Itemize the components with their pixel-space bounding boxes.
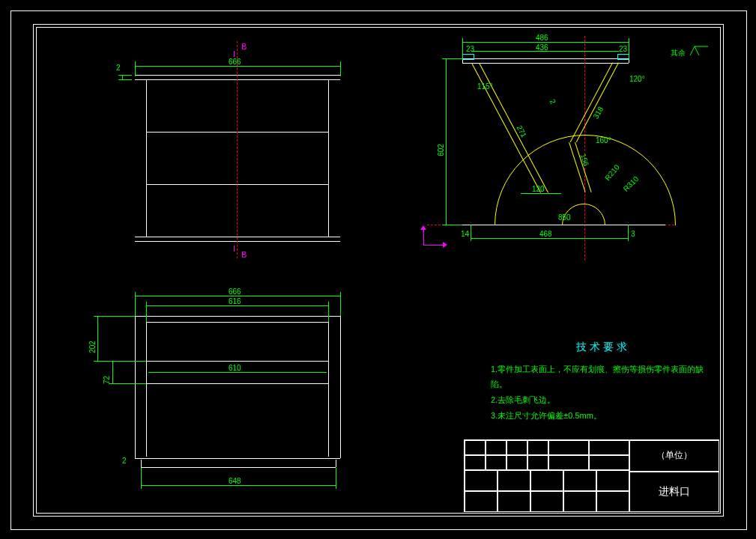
dim-ext bbox=[94, 316, 135, 317]
edge bbox=[336, 460, 336, 467]
edge bbox=[328, 79, 329, 237]
dim-2: 2 bbox=[116, 64, 121, 72]
dim-ext bbox=[340, 61, 341, 76]
dim-468: 468 bbox=[539, 230, 552, 238]
dim-610: 610 bbox=[229, 364, 241, 372]
dim-850: 850 bbox=[558, 213, 571, 222]
dim-line bbox=[446, 58, 447, 225]
dim-3: 3 bbox=[631, 230, 635, 238]
section-arrow bbox=[234, 246, 235, 252]
ucs-icon bbox=[423, 222, 453, 252]
title-block: （单位） 进料口 bbox=[465, 440, 719, 512]
angle-160: 160° bbox=[596, 136, 611, 144]
part-name: 进料口 bbox=[629, 485, 719, 499]
dim-14: 14 bbox=[461, 230, 469, 238]
drawing-canvas: 666 2 B B 666 616 610 bbox=[0, 0, 756, 539]
dim-120: 120 bbox=[532, 185, 545, 193]
dim-616: 616 bbox=[229, 297, 241, 305]
dim-ext bbox=[135, 292, 136, 316]
dim-23r: 23 bbox=[619, 45, 627, 53]
edge bbox=[135, 79, 340, 80]
dim-648: 648 bbox=[229, 477, 241, 485]
unit-label: （单位） bbox=[629, 449, 719, 462]
dim-ext bbox=[462, 38, 463, 58]
edge bbox=[135, 75, 340, 76]
edge bbox=[146, 184, 329, 185]
dim-72: 72 bbox=[103, 376, 111, 384]
edge bbox=[146, 322, 329, 323]
edge bbox=[135, 316, 136, 458]
dim-line bbox=[521, 193, 561, 194]
angle-120: 120° bbox=[629, 75, 645, 83]
dim-23l: 23 bbox=[466, 45, 474, 53]
dim-ext bbox=[442, 58, 462, 59]
dim-666: 666 bbox=[229, 58, 241, 66]
flange-box bbox=[462, 54, 474, 60]
section-arrow bbox=[234, 51, 235, 57]
req-2: 2.去除毛刺飞边。 bbox=[491, 392, 716, 408]
dim-ext bbox=[628, 225, 629, 241]
dim-line bbox=[146, 305, 329, 306]
dim-ext bbox=[629, 38, 629, 58]
dim-ext bbox=[135, 61, 136, 76]
dim-line bbox=[112, 361, 113, 383]
edge bbox=[340, 316, 341, 458]
dim-line bbox=[97, 316, 98, 361]
dim-line bbox=[141, 485, 336, 486]
edge bbox=[146, 361, 329, 362]
base-edge bbox=[456, 225, 665, 225]
dim-line bbox=[135, 66, 340, 67]
dim-ext bbox=[94, 361, 146, 362]
dim-line bbox=[135, 296, 340, 296]
edge bbox=[146, 132, 329, 133]
req-1: 1.零件加工表面上，不应有划痕、擦伤等损伤零件表面的缺陷。 bbox=[491, 362, 716, 393]
dim-line bbox=[462, 42, 629, 43]
dim-ext bbox=[109, 383, 146, 384]
edge bbox=[462, 58, 629, 59]
edge bbox=[146, 322, 147, 457]
dim-602: 602 bbox=[437, 144, 445, 156]
dim-line bbox=[471, 238, 628, 239]
tech-requirements: 技术要求 1.零件加工表面上，不应有划痕、擦伤等损伤零件表面的缺陷。 2.去除毛… bbox=[491, 337, 716, 424]
edge bbox=[146, 79, 147, 237]
edge bbox=[146, 383, 329, 384]
dim-line bbox=[118, 75, 132, 76]
section-mark-top: B bbox=[241, 42, 247, 51]
centerline-v bbox=[237, 41, 238, 258]
edge bbox=[135, 241, 340, 242]
edge bbox=[462, 63, 629, 64]
surface-finish-symbol: 其余 bbox=[671, 45, 713, 60]
edge bbox=[141, 460, 142, 467]
dim-486: 486 bbox=[536, 34, 548, 42]
edge bbox=[328, 322, 329, 457]
dim-ext bbox=[340, 292, 341, 316]
edge bbox=[141, 467, 336, 468]
surf-label: 其余 bbox=[671, 49, 686, 57]
dim-ext bbox=[328, 302, 329, 322]
dim-ext bbox=[336, 468, 336, 489]
dim-436: 436 bbox=[536, 43, 548, 52]
dim-666b: 666 bbox=[229, 287, 241, 296]
edge bbox=[135, 458, 340, 459]
req-3: 3.未注尺寸允许偏差±0.5mm。 bbox=[491, 408, 716, 424]
dim-ext bbox=[471, 225, 471, 241]
dim-line bbox=[148, 372, 327, 373]
dim-202: 202 bbox=[88, 341, 97, 353]
flange-box bbox=[617, 54, 629, 60]
edge bbox=[135, 316, 340, 317]
tech-title: 技术要求 bbox=[491, 337, 716, 357]
section-mark-bot: B bbox=[241, 250, 247, 259]
dim-2b: 2 bbox=[122, 457, 127, 465]
dim-ext bbox=[141, 468, 142, 489]
dim-ext bbox=[146, 302, 147, 322]
angle-115: 115° bbox=[477, 82, 493, 91]
edge bbox=[135, 237, 340, 237]
dim-line bbox=[118, 79, 132, 80]
